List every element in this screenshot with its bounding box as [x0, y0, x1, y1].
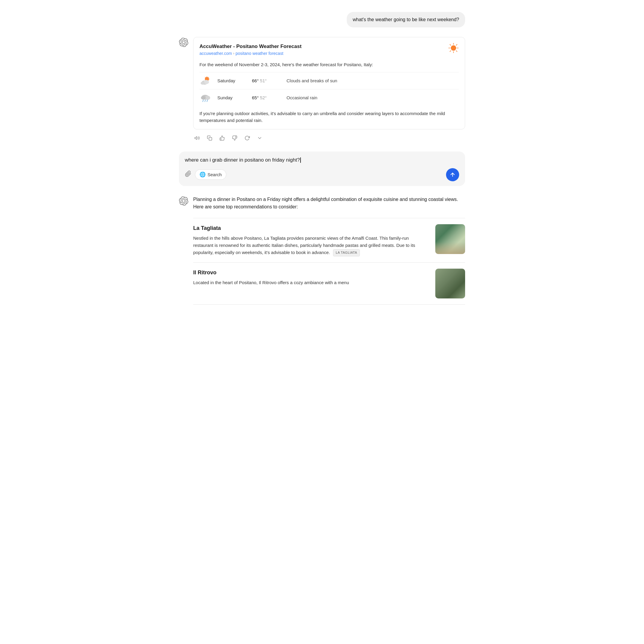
restaurant-name-il-ritrovo: Il Ritrovo — [193, 269, 429, 277]
weather-advice: If you're planning outdoor activities, i… — [199, 110, 459, 124]
send-button[interactable] — [446, 168, 459, 181]
globe-icon: 🌐 — [199, 171, 206, 178]
action-icons-weather — [193, 134, 465, 142]
weather-row-saturday: Saturday 66° 51° Clouds and breaks of su… — [199, 72, 459, 89]
input-box: where can i grab dinner in positano on f… — [179, 151, 465, 186]
user-message-weather: what's the weather going to be like next… — [179, 12, 465, 27]
la-tagliata-tag: LA TAGLIATA — [333, 249, 360, 256]
svg-line-5 — [450, 44, 451, 45]
weather-sun-icon — [448, 43, 459, 53]
breadcrumb-site: accuweather.com — [199, 50, 232, 57]
svg-line-22 — [207, 100, 208, 102]
assistant-dinner-content: Planning a dinner in Positano on a Frida… — [193, 196, 465, 305]
restaurant-desc-text-il-ritrovo: Located in the heart of Positano, Il Rit… — [193, 280, 349, 285]
sunday-desc: Occasional rain — [287, 95, 317, 101]
breadcrumb-path: positano weather forecast — [236, 50, 283, 57]
breadcrumb-separator: › — [233, 51, 234, 56]
svg-line-6 — [456, 51, 457, 52]
speaker-button[interactable] — [193, 134, 201, 142]
svg-marker-23 — [195, 137, 197, 140]
saturday-high: 66° — [252, 78, 259, 83]
restaurant-card-il-ritrovo: Il Ritrovo Located in the heart of Posit… — [193, 262, 465, 305]
svg-rect-24 — [209, 137, 212, 140]
restaurant-desc-il-ritrovo: Located in the heart of Positano, Il Rit… — [193, 279, 429, 286]
attach-button[interactable] — [185, 171, 191, 179]
svg-line-21 — [205, 100, 205, 102]
input-toolbar: 🌐 Search — [185, 168, 459, 181]
saturday-desc: Clouds and breaks of sun — [287, 78, 337, 84]
assistant-avatar — [179, 38, 188, 47]
search-button[interactable]: 🌐 Search — [195, 169, 226, 180]
dinner-intro: Planning a dinner in Positano on a Frida… — [193, 196, 465, 211]
restaurant-info-il-ritrovo: Il Ritrovo Located in the heart of Posit… — [193, 269, 429, 286]
saturday-low: 51° — [260, 78, 267, 83]
thumbsup-button[interactable] — [218, 134, 226, 142]
la-tagliata-image — [435, 224, 465, 254]
svg-point-16 — [201, 82, 205, 85]
svg-point-0 — [451, 45, 456, 51]
weather-card-header: AccuWeather - Positano Weather Forecast … — [199, 43, 459, 60]
more-button[interactable] — [256, 134, 264, 142]
assistant-avatar-2 — [179, 196, 188, 206]
svg-line-8 — [450, 51, 451, 52]
input-value: where can i grab dinner in positano on f… — [185, 156, 300, 164]
assistant-weather-block: AccuWeather - Positano Weather Forecast … — [179, 37, 465, 142]
weather-row-sunday: Sunday 65° 52° Occasional rain — [199, 89, 459, 106]
sunday-low: 52° — [260, 95, 267, 100]
il-ritrovo-photo — [435, 269, 465, 298]
la-tagliata-photo — [435, 224, 465, 254]
weather-intro: For the weekend of November 2-3, 2024, h… — [199, 61, 459, 124]
refresh-button[interactable] — [243, 134, 251, 142]
weather-card-breadcrumb: accuweather.com › positano weather forec… — [199, 50, 301, 57]
user-text-weather: what's the weather going to be like next… — [353, 17, 459, 22]
assistant-dinner-block: Planning a dinner in Positano on a Frida… — [179, 196, 465, 305]
saturday-temps: 66° 51° — [252, 78, 282, 84]
il-ritrovo-image — [435, 269, 465, 298]
input-text-display: where can i grab dinner in positano on f… — [185, 156, 459, 164]
weather-card: AccuWeather - Positano Weather Forecast … — [193, 37, 465, 129]
weather-rows: Saturday 66° 51° Clouds and breaks of su… — [199, 72, 459, 106]
text-cursor — [300, 157, 301, 163]
svg-line-20 — [203, 100, 203, 102]
input-left-controls: 🌐 Search — [185, 169, 226, 180]
user-bubble-weather: what's the weather going to be like next… — [347, 12, 465, 27]
svg-line-7 — [456, 44, 457, 45]
svg-point-19 — [201, 96, 206, 100]
restaurant-card-la-tagliata: La Tagliata Nestled in the hills above P… — [193, 218, 465, 262]
restaurant-info-la-tagliata: La Tagliata Nestled in the hills above P… — [193, 224, 429, 256]
search-btn-label: Search — [208, 172, 222, 177]
svg-line-13 — [205, 77, 206, 78]
thumbsdown-button[interactable] — [231, 134, 239, 142]
restaurant-desc-text-la-tagliata: Nestled in the hills above Positano, La … — [193, 236, 415, 255]
sunday-high: 65° — [252, 95, 259, 100]
weather-card-title: AccuWeather - Positano Weather Forecast — [199, 43, 301, 50]
sunday-temps: 65° 52° — [252, 95, 282, 101]
sunday-day: Sunday — [217, 95, 247, 101]
sunday-icon — [199, 93, 213, 103]
assistant-weather-content: AccuWeather - Positano Weather Forecast … — [193, 37, 465, 142]
restaurant-desc-la-tagliata: Nestled in the hills above Positano, La … — [193, 235, 429, 256]
svg-line-12 — [208, 77, 209, 78]
restaurant-name-la-tagliata: La Tagliata — [193, 224, 429, 232]
copy-button[interactable] — [206, 134, 213, 142]
weather-card-title-area: AccuWeather - Positano Weather Forecast … — [199, 43, 301, 60]
saturday-icon — [199, 76, 213, 86]
saturday-day: Saturday — [217, 78, 247, 84]
